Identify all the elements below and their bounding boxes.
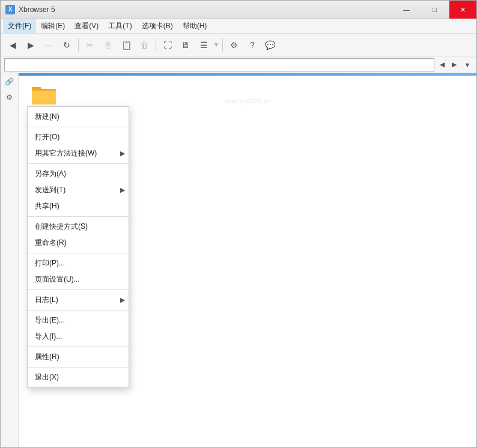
divider-3 [28, 216, 129, 217]
menu-saveas[interactable]: 另存为(A) [28, 166, 129, 182]
close-button[interactable]: ✕ [449, 1, 476, 19]
menu-shortcut[interactable]: 创建快捷方式(S) [28, 219, 129, 235]
fullscreen-button[interactable]: ⛶ [159, 37, 176, 53]
divider-1 [28, 127, 129, 127]
toolbar: ◀ ▶ — ↻ ✂ ⎘ 📋 🗑 ⛶ 🖥 ☰ ▼ ⚙ ? 💬 [1, 34, 476, 56]
log-arrow-icon: ▶ [120, 296, 125, 304]
menu-rename-label: 重命名(R) [35, 238, 67, 248]
menu-pagesetup-label: 页面设置(U)... [35, 274, 80, 285]
menu-file[interactable]: 文件(F) [3, 19, 36, 33]
paste-button[interactable]: 📋 [118, 37, 135, 53]
menu-print-label: 打印(P)... [35, 258, 65, 268]
divider-5 [28, 289, 129, 290]
menu-bar: 文件(F) 编辑(E) 查看(V) 工具(T) 选项卡(B) 帮助(H) [1, 19, 476, 34]
menu-export[interactable]: 导出(E)... [28, 312, 129, 328]
main-window: X Xbrowser 5 — □ ✕ 文件(F) 编辑(E) 查看(V) 工具(… [0, 0, 477, 448]
menu-properties[interactable]: 属性(R) [28, 349, 129, 365]
menu-help[interactable]: 帮助(H) [178, 19, 212, 33]
menu-connect-label: 用其它方法连接(W) [35, 148, 97, 159]
menu-new[interactable]: 新建(N) [28, 109, 129, 125]
sendto-arrow-icon: ▶ [120, 186, 125, 194]
settings-button[interactable]: ⚙ [226, 37, 243, 53]
menu-share[interactable]: 共享(H) [28, 198, 129, 214]
menu-print[interactable]: 打印(P)... [28, 255, 129, 271]
menu-saveas-label: 另存为(A) [35, 169, 66, 179]
menu-exit[interactable]: 退出(X) [28, 369, 129, 386]
menu-tools[interactable]: 工具(T) [103, 19, 136, 33]
maximize-button[interactable]: □ [421, 1, 448, 19]
copy-button[interactable]: ⎘ [100, 37, 117, 53]
menu-import[interactable]: 导入(I)... [28, 328, 129, 345]
svg-rect-2 [32, 90, 56, 104]
toolbar-separator-3 [222, 38, 223, 52]
folder-icon [32, 84, 56, 106]
menu-import-label: 导入(I)... [35, 331, 62, 342]
divider-2 [28, 163, 129, 164]
divider-6 [28, 310, 129, 310]
menu-edit[interactable]: 编辑(E) [36, 19, 70, 33]
menu-new-label: 新建(N) [35, 112, 59, 122]
addr-left-button[interactable]: ◀ [437, 59, 448, 70]
toolbar-separator-2 [156, 38, 156, 52]
menu-log-label: 日志(L) [35, 295, 58, 305]
address-bar: ◀ ▶ ▼ [1, 56, 476, 73]
address-dropdown-button[interactable]: ▼ [462, 59, 473, 70]
menu-connect[interactable]: 用其它方法连接(W) ▶ [28, 145, 129, 162]
sidebar-icon-2[interactable]: ⚙ [4, 91, 16, 103]
window-controls: — □ ✕ [393, 1, 476, 19]
refresh-button[interactable]: ↻ [58, 37, 75, 53]
sidebar-icon-1[interactable]: 🔗 [4, 76, 16, 88]
menu-open[interactable]: 打开(O) [28, 129, 129, 145]
toolbar-separator-1 [78, 38, 79, 52]
menu-properties-label: 属性(R) [35, 352, 59, 362]
menu-exit-label: 退出(X) [35, 372, 59, 383]
stop-button[interactable]: — [40, 37, 57, 53]
cut-button[interactable]: ✂ [82, 37, 99, 53]
layout-button[interactable]: ☰ [195, 37, 212, 53]
menu-rename[interactable]: 重命名(R) [28, 235, 129, 251]
menu-pagesetup[interactable]: 页面设置(U)... [28, 271, 129, 288]
content-area: www.pc0359.cn [19, 73, 476, 447]
app-icon: X [5, 5, 15, 14]
menu-log[interactable]: 日志(L) ▶ [28, 292, 129, 308]
connect-arrow-icon: ▶ [120, 150, 125, 157]
sidebar: 🔗 ⚙ [1, 73, 19, 447]
menu-tab[interactable]: 选项卡(B) [137, 19, 178, 33]
divider-4 [28, 253, 129, 253]
menu-share-label: 共享(H) [35, 201, 59, 211]
addr-right-button[interactable]: ▶ [449, 59, 460, 70]
menu-open-label: 打开(O) [35, 132, 59, 142]
back-button[interactable]: ◀ [4, 37, 21, 53]
menu-view[interactable]: 查看(V) [70, 19, 103, 33]
address-input[interactable] [4, 58, 434, 71]
forward-button[interactable]: ▶ [22, 37, 39, 53]
menu-shortcut-label: 创建快捷方式(S) [35, 222, 88, 232]
divider-8 [28, 367, 129, 368]
chat-button[interactable]: 💬 [262, 37, 279, 53]
menu-sendto-label: 发送到(T) [35, 185, 65, 195]
file-dropdown-menu: 新建(N) 打开(O) 用其它方法连接(W) ▶ 另存为(A) 发送到(T) ▶ [27, 106, 129, 388]
menu-export-label: 导出(E)... [35, 315, 65, 325]
divider-7 [28, 347, 129, 347]
view-button[interactable]: 🖥 [177, 37, 194, 53]
delete-button[interactable]: 🗑 [136, 37, 153, 53]
address-nav: ◀ ▶ [437, 59, 460, 70]
minimize-button[interactable]: — [393, 1, 420, 19]
title-bar: X Xbrowser 5 — □ ✕ [1, 1, 476, 19]
help-button[interactable]: ? [244, 37, 261, 53]
main-area: 🔗 ⚙ www.pc0359.cn [1, 73, 476, 447]
menu-sendto[interactable]: 发送到(T) ▶ [28, 182, 129, 198]
